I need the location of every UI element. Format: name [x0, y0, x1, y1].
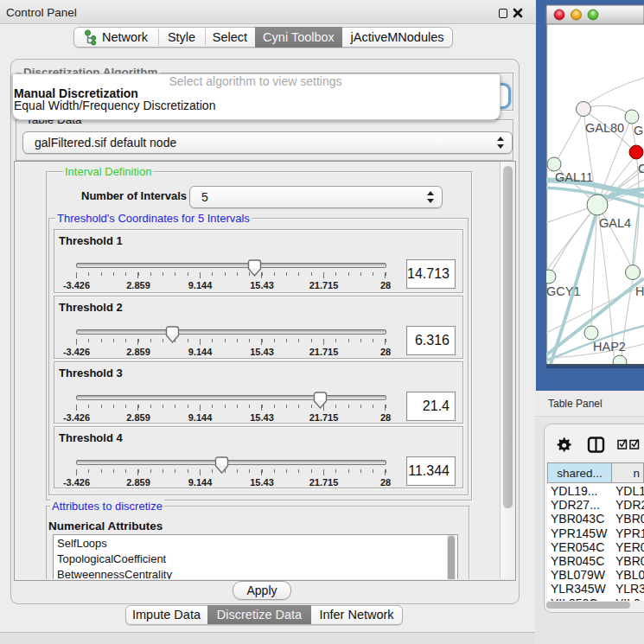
svg-text:GAL4: GAL4 — [599, 216, 631, 230]
svg-text:H: H — [635, 284, 644, 298]
svg-text:GCY1: GCY1 — [546, 284, 581, 298]
svg-text:G.: G. — [634, 124, 644, 137]
svg-text:GAL80: GAL80 — [585, 121, 624, 135]
svg-text:GAL11: GAL11 — [555, 170, 593, 184]
svg-text:C: C — [638, 162, 644, 175]
svg-text:HAP2: HAP2 — [593, 340, 626, 354]
